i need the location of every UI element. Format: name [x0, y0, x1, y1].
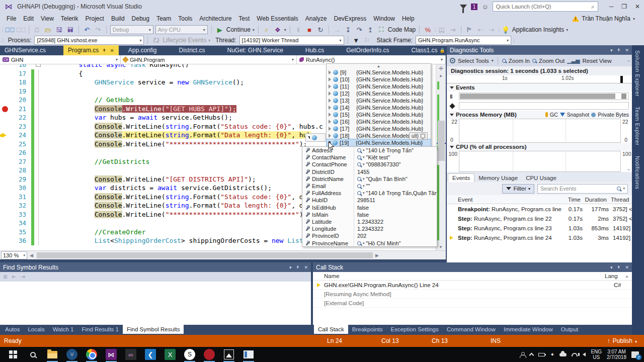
document-tab-program-cs[interactable]: Program.cs🖈✕ — [63, 45, 119, 55]
property-row[interactable]: Latitude 1.2343322 — [302, 218, 437, 225]
datatip-list-item[interactable]: [10] {GHN.Service.Models.Hub} — [327, 76, 431, 83]
window-menu-icon[interactable]: ▾ — [289, 265, 292, 270]
breakpoint-margin[interactable] — [0, 219, 11, 228]
prev-result-icon[interactable]: ⇤ — [12, 274, 16, 280]
outlining-margin[interactable] — [34, 131, 43, 140]
process-select[interactable]: [25948] GHN.vshost.exe▾ — [34, 36, 144, 45]
column-header-name[interactable]: Name — [313, 273, 605, 279]
panel-tab-exception-settings[interactable]: Exception Settings — [387, 325, 443, 334]
column-header-event[interactable]: Event — [456, 197, 561, 203]
event-row[interactable]: Step: RunAsync, Program.cs line 22 0.17s… — [447, 214, 632, 223]
breakpoint-margin[interactable] — [0, 175, 11, 184]
property-row[interactable]: DistrictID 1455 — [302, 168, 437, 175]
breakpoint-margin[interactable] — [0, 201, 11, 210]
datatip-list-item[interactable]: [12] {GHN.Service.Models.Hub} — [327, 90, 431, 97]
expand-icon[interactable] — [329, 84, 331, 88]
outlining-margin[interactable] — [34, 96, 43, 105]
panel-tab-autos[interactable]: Autos — [1, 325, 24, 334]
member-dropdown[interactable]: RunAsync()▾ — [297, 55, 446, 64]
panel-tab-output[interactable]: Output — [557, 325, 583, 334]
expand-icon[interactable] — [329, 134, 331, 138]
restore-button[interactable]: ❐ — [621, 3, 627, 10]
property-row[interactable]: ProvinceName ▾"Hồ Chí Minh" — [302, 239, 437, 246]
visualizer-caret-icon[interactable]: ▾ — [363, 191, 365, 195]
window-menu-icon[interactable]: ▾ — [610, 48, 613, 53]
expand-icon[interactable] — [329, 113, 331, 117]
call-stack-frame[interactable]: GHN.exe!GHN.Program.RunAsync() Line 24 C… — [313, 281, 632, 290]
people-icon[interactable] — [520, 352, 525, 357]
solution-platform-select[interactable]: Any CPU▾ — [155, 25, 208, 34]
stack-frame-select[interactable]: GHN.Program.RunAsync▾ — [416, 36, 511, 45]
taskbar-visual-studio-icon[interactable]: ⋈ — [105, 348, 118, 361]
breakpoint-margin[interactable] — [0, 78, 11, 87]
type-dropdown[interactable]: GHN.Program▾ — [121, 55, 297, 64]
signed-in-user[interactable]: Trần Thuận Nghĩa — [582, 15, 630, 22]
user-menu-caret-icon[interactable]: ▾ — [633, 17, 635, 21]
code-map-button[interactable]: Code Map — [388, 26, 416, 33]
menu-devexpress[interactable]: DevExpress — [331, 14, 370, 23]
breakpoint-margin[interactable] — [0, 131, 11, 140]
collapse-region-icon[interactable]: − — [36, 64, 41, 67]
outlining-margin[interactable] — [34, 175, 43, 184]
visualizer-caret-icon[interactable]: ▾ — [363, 162, 365, 166]
property-row[interactable]: DistrictName ▾"Quận Tân Bình" — [302, 175, 437, 183]
outlining-margin[interactable] — [34, 193, 43, 202]
property-row[interactable]: IsMain false — [302, 211, 437, 218]
application-insights-button[interactable]: Application Insights — [512, 26, 564, 33]
column-header-language[interactable]: Lang — [605, 273, 625, 279]
property-row[interactable]: HubID 298511 — [302, 197, 437, 204]
battery-icon[interactable] — [538, 353, 545, 356]
pin-icon[interactable]: 🖈 — [616, 48, 621, 53]
find-symbol-results-body[interactable] — [0, 282, 311, 325]
zoom-out-button[interactable]: Zoom Out — [539, 58, 565, 64]
expanded-icon[interactable] — [308, 136, 310, 139]
close-icon[interactable]: ✕ — [110, 48, 114, 53]
extension-caret-icon[interactable]: ▾ — [284, 28, 286, 32]
expand-icon[interactable] — [329, 120, 331, 124]
outlining-margin[interactable] — [34, 113, 43, 122]
close-icon[interactable]: ✕ — [625, 48, 629, 53]
panel-scroll-down-icon[interactable]: ⌄ — [626, 165, 631, 172]
text-visualizer-icon[interactable] — [357, 184, 361, 188]
feedback-icon[interactable]: ☺ — [481, 3, 488, 11]
continue-debug-icon[interactable]: ▶ — [215, 26, 224, 34]
panel-tab-watch-1[interactable]: Watch 1 — [49, 325, 78, 334]
menu-test[interactable]: Test — [235, 14, 253, 23]
breakpoint-margin[interactable] — [0, 166, 11, 175]
outlining-margin[interactable] — [34, 210, 43, 219]
menu-file[interactable]: File — [3, 14, 20, 23]
scroll-up-icon[interactable]: ▲ — [327, 64, 431, 69]
property-row[interactable]: Email ▾"" — [302, 183, 437, 190]
outlining-margin[interactable] — [34, 166, 43, 175]
menu-debug[interactable]: Debug — [128, 14, 153, 23]
outlining-margin[interactable] — [34, 122, 43, 131]
navigate-back-icon[interactable]: ◂⃝ — [5, 26, 14, 34]
action-center-icon[interactable]: 2 — [631, 351, 639, 358]
text-visualizer-icon[interactable] — [357, 162, 361, 166]
new-file-icon[interactable]: 🗋 — [33, 26, 42, 34]
breakpoint-margin[interactable] — [0, 228, 11, 237]
editor-vertical-scrollbar[interactable]: ✛ ▲ ▼ — [436, 64, 446, 250]
expand-icon[interactable] — [329, 77, 331, 81]
visualizer-caret-icon[interactable]: ▾ — [363, 148, 365, 152]
panel-tab-immediate-window[interactable]: Immediate Window — [500, 325, 557, 334]
outlining-margin[interactable] — [34, 105, 43, 114]
side-tab-solution-explorer[interactable]: Solution Explorer — [632, 45, 643, 102]
datatip-list-item[interactable]: [19] {GHN.Service.Models.Hub} — [327, 139, 431, 146]
column-header-thread[interactable]: Thread — [609, 197, 632, 203]
thread-filter-icon[interactable]: ▼ — [352, 37, 361, 44]
pin-icon[interactable]: 🖈 — [102, 48, 107, 53]
list-icon[interactable]: ≣ — [3, 274, 8, 280]
property-row[interactable]: ProvinceID 202 — [302, 232, 437, 239]
scrollbar-thumb[interactable] — [438, 121, 445, 161]
text-visualizer-icon[interactable] — [357, 148, 361, 152]
breakpoint-margin[interactable] — [0, 113, 11, 122]
property-row[interactable]: Address ▾"140 Lê Trọng Tấn" — [302, 147, 437, 154]
visualizer-caret-icon[interactable]: ▾ — [363, 241, 365, 245]
call-stack-frame[interactable]: [Resuming Async Method] — [313, 290, 632, 299]
splitter-handle-icon[interactable]: ✛ — [438, 65, 444, 72]
menu-project[interactable]: Project — [82, 14, 108, 23]
document-tab-getorderinfo-cs[interactable]: GetOrderInfo.cs — [342, 45, 393, 55]
visualizer-caret-icon[interactable]: ▾ — [363, 184, 365, 188]
outlining-margin[interactable] — [34, 236, 43, 245]
